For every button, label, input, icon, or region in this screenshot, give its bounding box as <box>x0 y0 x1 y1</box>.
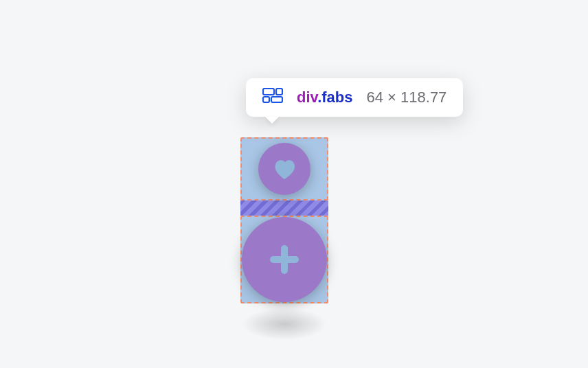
svg-rect-5 <box>271 97 282 102</box>
fab-slot-top <box>240 137 328 200</box>
plus-icon <box>267 242 302 277</box>
add-fab[interactable] <box>242 217 327 302</box>
svg-rect-3 <box>276 89 282 95</box>
svg-rect-2 <box>263 89 274 95</box>
element-inspector-tooltip: div.fabs 64 × 118.77 <box>246 78 463 117</box>
canvas: div.fabs 64 × 118.77 <box>0 0 588 368</box>
svg-rect-4 <box>263 97 269 102</box>
favorite-fab[interactable] <box>258 143 310 195</box>
element-class: .fabs <box>317 89 352 106</box>
fabs-container <box>240 137 328 303</box>
fab-slot-bottom <box>240 216 328 303</box>
element-tag: div <box>297 89 317 106</box>
element-selector: div.fabs <box>297 89 353 106</box>
heart-icon <box>272 157 297 181</box>
element-dimensions: 64 × 118.77 <box>367 89 447 106</box>
flex-gap-overlay <box>240 200 328 216</box>
fab-drop-shadow <box>240 308 328 341</box>
flex-icon <box>262 88 283 107</box>
